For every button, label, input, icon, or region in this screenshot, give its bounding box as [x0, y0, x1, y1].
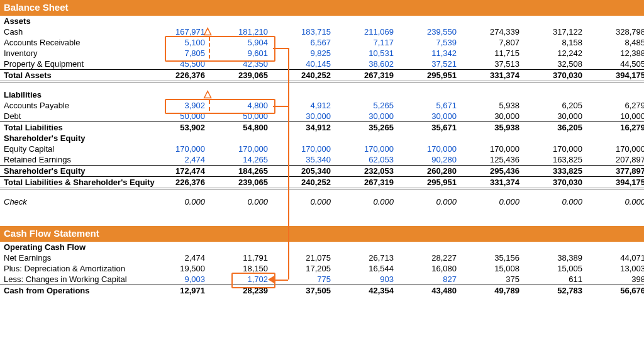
row-total-liabilities: Total Liabilities53,90254,80034,91235,26…: [0, 122, 644, 133]
cell-value: 12,388: [586, 48, 644, 59]
cell-value: 30,000: [397, 111, 460, 122]
cell-value: 11,791: [209, 252, 272, 263]
cell-value: 9,003: [146, 274, 209, 285]
cell-value: 9,601: [209, 48, 272, 59]
worksheet: Balance Sheet Assets Cash167,971181,2101…: [0, 0, 644, 296]
cell-value: 8,158: [523, 37, 586, 48]
cell-value: 16,279: [586, 122, 644, 133]
cell-value: 239,065: [209, 177, 272, 189]
row-label: Net Earnings: [0, 252, 146, 263]
cell-value: 35,156: [460, 252, 523, 263]
cell-value: 0.000: [335, 196, 397, 207]
cell-value: 7,805: [146, 48, 209, 59]
row-shareholders-equity: Shareholder's Equity172,474184,265205,34…: [0, 166, 644, 177]
cell-value: 56,676: [586, 285, 644, 297]
cell-value: 5,100: [146, 37, 209, 48]
cell-value: 295,951: [397, 177, 460, 189]
cell-value: 42,350: [209, 59, 272, 70]
row-label: Total Liabilities & Shareholder's Equity: [0, 177, 146, 189]
cell-value: 15,008: [460, 263, 523, 274]
cell-value: 240,252: [272, 177, 335, 189]
cell-value: 170,000: [523, 144, 586, 154]
cell-value: 5,671: [397, 100, 460, 111]
row-label: Cash from Operations: [0, 285, 146, 297]
cash-flow-header: Cash Flow Statement: [0, 226, 644, 242]
row-label: Plus: Depreciation & Amortization: [0, 263, 146, 274]
cell-value: 331,374: [460, 70, 523, 82]
cell-value: 377,897: [586, 166, 644, 177]
cell-value: 226,376: [146, 70, 209, 82]
cell-value: 170,000: [460, 144, 523, 154]
cell-value: 331,374: [460, 177, 523, 189]
cell-value: 18,150: [209, 263, 272, 274]
assets-group: Assets: [0, 16, 146, 26]
cell-value: 295,436: [460, 166, 523, 177]
balance-sheet-header: Balance Sheet: [0, 0, 644, 16]
row-debt: Debt50,00050,00030,00030,00030,00030,000…: [0, 111, 644, 122]
cell-value: 6,567: [272, 37, 335, 48]
cell-value: 211,069: [335, 26, 397, 37]
row-accounts-receivable: Accounts Receivable5,1005,9046,5677,1177…: [0, 37, 644, 48]
cell-value: 394,175: [586, 177, 644, 189]
cell-value: 205,340: [272, 166, 335, 177]
cell-value: 5,265: [335, 100, 397, 111]
cell-value: 183,715: [272, 26, 335, 37]
balance-sheet-table: Assets Cash167,971181,210183,715211,0692…: [0, 16, 644, 226]
cell-value: 54,800: [209, 122, 272, 133]
cell-value: 42,354: [335, 285, 397, 297]
row-retained-earnings: Retained Earnings2,47414,26535,34062,053…: [0, 154, 644, 166]
cell-value: 226,376: [146, 177, 209, 189]
cell-value: 38,602: [335, 59, 397, 70]
cell-value: 775: [272, 274, 335, 285]
cell-value: 267,319: [335, 177, 397, 189]
cell-value: 50,000: [146, 111, 209, 122]
cell-value: 5,938: [460, 100, 523, 111]
row-label: Accounts Payable: [0, 100, 146, 111]
row-label: Retained Earnings: [0, 154, 146, 166]
cell-value: 40,145: [272, 59, 335, 70]
row-inventory: Inventory7,8059,6019,82510,53111,34211,7…: [0, 48, 644, 59]
cell-value: 11,342: [397, 48, 460, 59]
cell-value: 8,485: [586, 37, 644, 48]
row-label: Shareholder's Equity: [0, 166, 146, 177]
ocf-group: Operating Cash Flow: [0, 242, 146, 252]
row-label: Cash: [0, 26, 146, 37]
cell-value: 37,513: [460, 59, 523, 70]
cell-value: 19,500: [146, 263, 209, 274]
cell-value: 184,265: [209, 166, 272, 177]
row-changes-working-capital: Less: Changes in Working Capital9,0031,7…: [0, 274, 644, 285]
cell-value: 0.000: [146, 196, 209, 207]
cell-value: 13,003: [586, 263, 644, 274]
cell-value: 10,531: [335, 48, 397, 59]
cell-value: 14,265: [209, 154, 272, 166]
row-cash-from-operations: Cash from Operations12,97128,23937,50542…: [0, 285, 644, 297]
cell-value: 36,205: [523, 122, 586, 133]
cell-value: 62,053: [335, 154, 397, 166]
cell-value: 163,825: [523, 154, 586, 166]
row-accounts-payable: Accounts Payable3,9024,8004,9125,2655,67…: [0, 100, 644, 111]
cell-value: 53,902: [146, 122, 209, 133]
cell-value: 10,000: [586, 111, 644, 122]
cell-value: 28,227: [397, 252, 460, 263]
liabilities-group: Liabilities: [0, 89, 146, 100]
row-property-equipment: Property & Equipment45,50042,35040,14538…: [0, 59, 644, 70]
cell-value: 38,389: [523, 252, 586, 263]
cell-value: 7,117: [335, 37, 397, 48]
cell-value: 398: [586, 274, 644, 285]
cell-value: 1,702: [209, 274, 272, 285]
cell-value: 34,912: [272, 122, 335, 133]
cell-value: 394,175: [586, 70, 644, 82]
cell-value: 7,539: [397, 37, 460, 48]
cell-value: 37,505: [272, 285, 335, 297]
cell-value: 32,508: [523, 59, 586, 70]
cell-value: 16,544: [335, 263, 397, 274]
row-label: Total Assets: [0, 70, 146, 82]
cell-value: 317,122: [523, 26, 586, 37]
cell-value: 370,030: [523, 177, 586, 189]
cell-value: 0.000: [209, 196, 272, 207]
cell-value: 295,951: [397, 70, 460, 82]
cell-value: 4,800: [209, 100, 272, 111]
cash-flow-table: Operating Cash Flow Net Earnings2,47411,…: [0, 242, 644, 296]
cell-value: 328,798: [586, 26, 644, 37]
cell-value: 0.000: [523, 196, 586, 207]
